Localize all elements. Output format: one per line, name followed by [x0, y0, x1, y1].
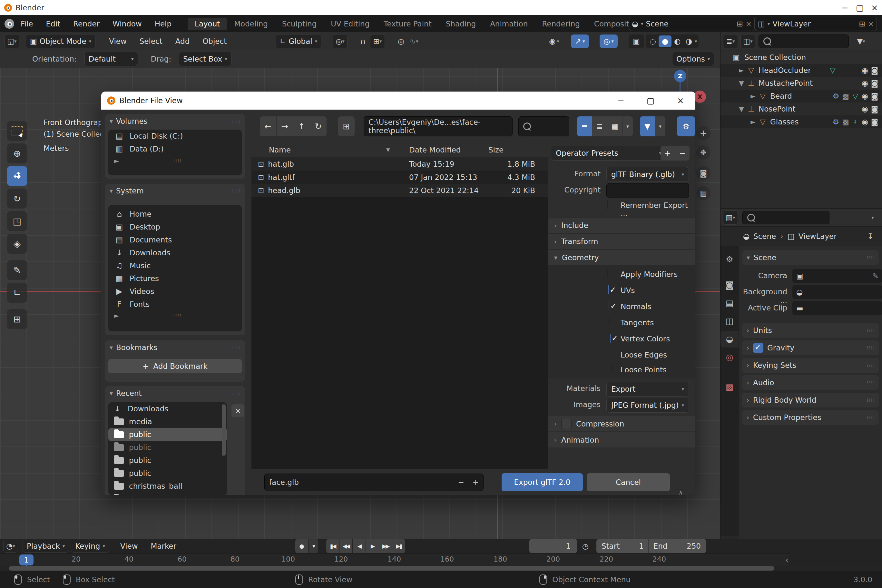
camera-visibility-icon[interactable]: ◙: [870, 66, 879, 75]
hide-eye-icon[interactable]: ◉: [860, 92, 870, 100]
outliner-row-headoccluder[interactable]: ► ▽ HeadOccluder ▽ ◉ ◙: [720, 64, 882, 77]
background-scene-field[interactable]: ◒: [792, 285, 882, 299]
geometry-panel-header[interactable]: ▾Geometry: [548, 249, 695, 265]
tool-annotate[interactable]: ✎: [7, 260, 27, 280]
orientation-dropdown[interactable]: Default▾: [84, 52, 138, 66]
next-keyframe-button[interactable]: ▶▶: [379, 539, 392, 553]
view-menu[interactable]: View: [114, 542, 144, 550]
resize-chevron-icon[interactable]: ∧: [679, 489, 683, 495]
add-preset-button[interactable]: +: [660, 146, 675, 160]
custom-properties-panel-header[interactable]: ›Custom Properties⁞⁞⁞⁞: [742, 410, 879, 425]
jump-to-end-button[interactable]: ▶▮: [392, 539, 405, 553]
tab-texture[interactable]: ▩: [720, 378, 738, 395]
menu-add[interactable]: Add: [169, 37, 196, 45]
expand-icon[interactable]: ►: [748, 92, 758, 100]
path-field[interactable]: C:\Users\Evgeniy\De...es\face-three\publ…: [364, 116, 513, 136]
decrement-icon[interactable]: −: [458, 478, 464, 486]
file-row-hatgltf[interactable]: ⊡ hat.gltf 07 Jan 2022 15:13 4.3 MiB: [252, 171, 548, 184]
outliner-search-input[interactable]: [759, 34, 849, 48]
editor-type-button[interactable]: ◱▾: [4, 34, 20, 48]
recent-public-4[interactable]: public: [108, 467, 227, 480]
outliner-editor-type-button[interactable]: ≣▾: [723, 34, 738, 48]
tab-view-layer[interactable]: ◫: [720, 313, 738, 330]
menu-help[interactable]: Help: [148, 20, 178, 28]
animation-panel-header[interactable]: ›Animation: [548, 432, 695, 447]
visibility-dropdown[interactable]: ◉▾: [546, 34, 562, 48]
compression-panel-header[interactable]: › Compression: [548, 416, 695, 431]
system-home[interactable]: ⌂Home: [108, 208, 242, 220]
pan-gizmo-button[interactable]: ✥: [696, 146, 711, 160]
end-value[interactable]: 250: [687, 542, 701, 550]
recent-christmas-ball[interactable]: christmas_ball: [108, 480, 227, 493]
workspace-tab-rendering[interactable]: Rendering: [535, 18, 587, 30]
properties-editor-type-button[interactable]: ▤▾: [723, 210, 738, 225]
camera-visibility-icon[interactable]: ◙: [870, 105, 879, 113]
scene-selector[interactable]: ◒▾ Scene ⊞ ×: [629, 17, 754, 31]
outliner-row-collection[interactable]: ▣ Scene Collection: [720, 51, 882, 64]
system-music[interactable]: ♫Music: [108, 259, 242, 272]
new-folder-button[interactable]: ⊞: [338, 116, 355, 136]
camera-field[interactable]: ▣ ✎: [792, 269, 882, 283]
current-frame-field[interactable]: 1: [530, 539, 577, 553]
recent-scrollbar[interactable]: [222, 404, 226, 456]
dialog-minimize-button[interactable]: −: [614, 96, 628, 105]
forward-button[interactable]: →: [277, 116, 293, 136]
tab-tool[interactable]: ⚙: [720, 251, 738, 268]
menu-view[interactable]: View: [102, 37, 133, 45]
file-row-headglb[interactable]: ⊡ head.glb 22 Oct 2021 22:14 20 KiB: [252, 184, 548, 197]
system-header[interactable]: ▾System ⁞⁞⁞⁞: [105, 184, 245, 198]
volumes-header[interactable]: ▾Volumes ⁞⁞⁞⁞: [105, 114, 245, 128]
properties-filter-button[interactable]: ▾: [866, 215, 880, 220]
tool-select-box[interactable]: [7, 121, 27, 141]
filter-dropdown[interactable]: ▾: [655, 116, 665, 136]
filter-funnel-button[interactable]: ▼: [640, 116, 655, 136]
options-dropdown[interactable]: Options▾: [672, 52, 714, 66]
timeline-ruler[interactable]: 20 40 60 80 100 120 140 160 180 200 220 …: [0, 554, 789, 566]
scene-panel-header[interactable]: ▾Scene ⁞⁞⁞⁞: [742, 250, 879, 265]
up-button[interactable]: ↑: [293, 116, 310, 136]
recent-media[interactable]: media: [108, 415, 227, 428]
timeline-editor-type-button[interactable]: ◔▾: [3, 540, 18, 552]
uvs-checkbox[interactable]: [608, 285, 609, 294]
shading-material-icon[interactable]: ◐: [672, 37, 683, 45]
outliner-filter-button[interactable]: ▼▾: [854, 37, 868, 45]
outliner-row-nosepoint[interactable]: ▼ ⊥ NosePoint ◉ ◙: [720, 102, 882, 116]
ortho-toggle-button[interactable]: ▦: [696, 186, 711, 200]
properties-search-input[interactable]: [742, 211, 830, 224]
tool-move[interactable]: ↔↕: [7, 166, 27, 186]
copyright-input[interactable]: [606, 183, 689, 198]
dialog-maximize-button[interactable]: ▢: [643, 96, 658, 105]
format-dropdown[interactable]: glTF Binary (.glb)▾: [606, 167, 689, 182]
pin-icon[interactable]: ↧: [867, 232, 873, 240]
playback-menu[interactable]: Playback▾: [22, 540, 69, 552]
gravity-checkbox[interactable]: [753, 343, 764, 353]
tool-cursor[interactable]: ⊕: [7, 144, 27, 164]
camera-visibility-icon[interactable]: ◙: [870, 118, 879, 126]
volume-local-disk[interactable]: ▤ Local Disk (C:): [108, 130, 242, 142]
expand-options-icon[interactable]: ►: [114, 312, 119, 320]
tool-transform[interactable]: ◈: [7, 234, 27, 254]
drag-dropdown[interactable]: Select Box▾: [179, 52, 231, 66]
workspace-tab-texturepaint[interactable]: Texture Paint: [376, 18, 438, 30]
expand-icon[interactable]: ►: [748, 118, 758, 126]
outliner-row-glasses[interactable]: ► ▽ Glasses ⚙ ▩ ↧ ◉ ◙: [720, 116, 882, 128]
transform-orientation-dropdown[interactable]: ∟ Global▾: [276, 34, 321, 48]
outliner-row-beard[interactable]: ► ▽ Beard ⚙ ▩ ▽ ◉ ◙: [720, 90, 882, 102]
cancel-button[interactable]: Cancel: [587, 473, 670, 491]
loose-edges-checkbox[interactable]: [610, 350, 611, 359]
playhead-badge[interactable]: 1: [20, 555, 33, 566]
remember-export-checkbox[interactable]: [608, 200, 608, 209]
remove-viewlayer-icon[interactable]: ×: [868, 20, 874, 28]
menu-window[interactable]: Window: [106, 20, 148, 28]
snap-magnet-icon[interactable]: ∩: [356, 34, 370, 48]
new-viewlayer-icon[interactable]: ⊞: [859, 20, 865, 28]
menu-edit[interactable]: Edit: [40, 20, 67, 28]
blender-menu-icon[interactable]: [4, 19, 14, 29]
vertical-list-view-button[interactable]: ≡: [577, 116, 592, 136]
workspace-tab-layout[interactable]: Layout: [188, 18, 227, 30]
apply-modifiers-checkbox[interactable]: [608, 269, 608, 278]
recent-public-3[interactable]: public: [108, 454, 227, 467]
refresh-button[interactable]: ↻: [310, 116, 327, 136]
audio-panel-header[interactable]: ›Audio⁞⁞⁞⁞: [742, 375, 879, 390]
eyedropper-icon[interactable]: ✎: [872, 272, 879, 280]
